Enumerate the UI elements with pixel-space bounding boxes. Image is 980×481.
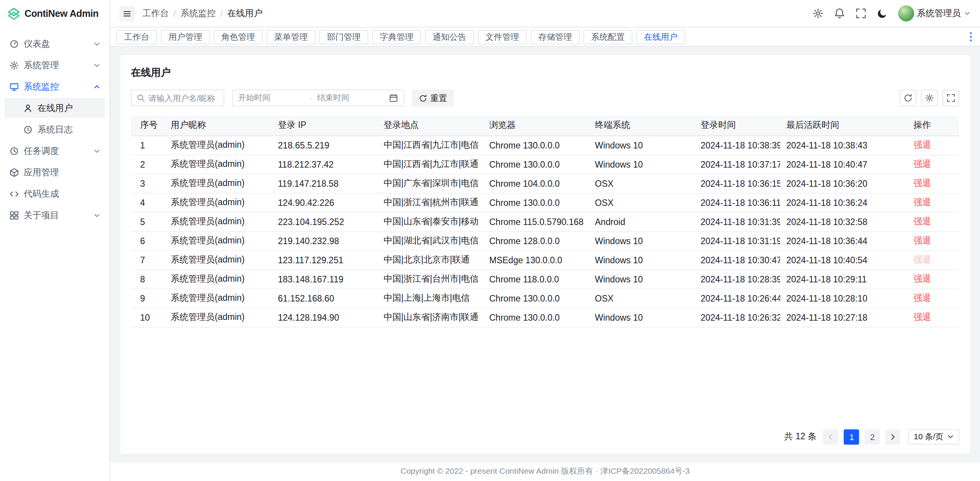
cell-nickname: 系统管理员(admin) (165, 212, 272, 231)
chevron-down-icon (93, 212, 100, 218)
chevron-right-icon (889, 433, 897, 440)
cell-ip: 124.90.42.226 (272, 193, 377, 212)
page-2-button[interactable]: 2 (865, 429, 880, 444)
cell-location: 中国|浙江省|台州市|电信 (377, 269, 483, 289)
cell-actions: 强退 (907, 269, 959, 289)
sidebar-item-system-management[interactable]: 系统管理 (5, 55, 105, 75)
tab[interactable]: 通知公告 (425, 29, 474, 44)
table-tools (900, 90, 959, 106)
main-column: 工作台 / 系统监控 / 在线用户 系统管理员 (110, 0, 980, 481)
cell-location: 中国|广东省|深圳市|电信 (377, 174, 483, 193)
prev-page-button[interactable] (823, 429, 839, 444)
cell-actions: 强退 (907, 308, 959, 327)
sidebar-item-label: 系统日志 (38, 124, 100, 135)
cell-os: OSX (589, 193, 694, 212)
force-logout-link[interactable]: 强退 (913, 255, 931, 264)
tab[interactable]: 在线用户 (636, 29, 685, 44)
force-logout-link[interactable]: 强退 (913, 312, 931, 321)
tab-label: 部门管理 (327, 31, 361, 42)
sidebar-collapse-button[interactable] (119, 6, 135, 21)
sidebar-item-code-generation[interactable]: 代码生成 (5, 184, 105, 204)
cell-ip: 183.148.167.119 (272, 269, 377, 289)
history-icon (23, 124, 33, 134)
cell-os: Windows 10 (589, 250, 694, 269)
cell-actions: 强退 (907, 193, 959, 212)
tab[interactable]: 字典管理 (372, 29, 421, 44)
cell-index: 3 (131, 174, 165, 193)
cell-last-active: 2024-11-18 10:27:18 (780, 308, 907, 327)
tab[interactable]: 存储管理 (531, 29, 580, 44)
reset-button[interactable]: 重置 (412, 90, 454, 106)
fullscreen-icon[interactable] (855, 8, 866, 19)
breadcrumb-item[interactable]: 系统监控 (180, 8, 216, 19)
date-range-separator: - (310, 93, 313, 103)
tab[interactable]: 工作台 (116, 29, 157, 44)
force-logout-link[interactable]: 强退 (913, 159, 931, 168)
force-logout-link[interactable]: 强退 (913, 197, 931, 207)
force-logout-link[interactable]: 强退 (913, 236, 931, 245)
sidebar-item-dashboard[interactable]: 仪表盘 (5, 34, 105, 54)
cell-login-time: 2024-11-18 10:36:11 (694, 193, 780, 212)
cell-actions: 强退 (907, 155, 959, 174)
app-logo[interactable]: ContiNew Admin (0, 0, 109, 28)
cell-login-time: 2024-11-18 10:28:39 (694, 269, 780, 289)
tab-label: 在线用户 (644, 31, 678, 42)
force-logout-link[interactable]: 强退 (913, 178, 931, 188)
tab-label: 通知公告 (433, 31, 466, 42)
page-1-button[interactable]: 1 (844, 429, 859, 444)
bell-icon[interactable] (833, 8, 845, 19)
monitor-icon (9, 82, 19, 91)
settings-gear-icon[interactable] (812, 8, 823, 19)
force-logout-link[interactable]: 强退 (913, 140, 931, 149)
cell-ip: 118.212.37.42 (272, 155, 377, 174)
cell-last-active: 2024-11-18 10:36:44 (780, 231, 907, 250)
tab-more-button[interactable] (968, 30, 974, 44)
moon-icon[interactable] (876, 8, 888, 19)
column-header-location: 登录地点 (377, 116, 483, 135)
breadcrumb-item[interactable]: 工作台 (142, 8, 169, 19)
tab[interactable]: 菜单管理 (266, 29, 315, 44)
force-logout-link[interactable]: 强退 (913, 293, 931, 302)
top-header: 工作台 / 系统监控 / 在线用户 系统管理员 (110, 0, 980, 28)
sidebar-item-about-project[interactable]: 关于项目 (5, 205, 105, 225)
force-logout-link[interactable]: 强退 (913, 274, 931, 283)
user-menu[interactable]: 系统管理员 (898, 5, 971, 21)
tabs: 工作台 用户管理 角色管理 菜单管理 部门管理 (116, 29, 685, 44)
date-range-picker[interactable]: 开始时间 - 结束时间 (232, 90, 404, 106)
cell-login-time: 2024-11-18 10:36:15 (694, 174, 780, 193)
next-page-button[interactable] (885, 429, 901, 444)
cell-actions: 强退 (907, 174, 959, 193)
table-refresh-button[interactable] (900, 90, 916, 106)
force-logout-link[interactable]: 强退 (913, 217, 931, 226)
tab[interactable]: 用户管理 (161, 29, 210, 44)
box-icon (9, 167, 19, 177)
sidebar-item-system-logs[interactable]: 系统日志 (5, 119, 105, 139)
page-footer: Copyright © 2022 - present ContiNew Admi… (110, 462, 980, 481)
online-users-card: 在线用户 开始时间 - 结束时间 重置 (120, 55, 970, 453)
copyright-text: Copyright © 2022 - present ContiNew Admi… (400, 466, 690, 477)
sidebar-item-system-monitor[interactable]: 系统监控 (5, 77, 105, 96)
search-input[interactable] (149, 93, 219, 103)
page-size-select[interactable]: 10 条/页 (908, 429, 959, 444)
tab[interactable]: 角色管理 (214, 29, 263, 44)
cell-index: 5 (131, 212, 165, 231)
tab-label: 文件管理 (485, 31, 519, 42)
cell-login-time: 2024-11-18 10:38:39 (694, 135, 780, 155)
sidebar-item-online-users[interactable]: 在线用户 (5, 98, 105, 118)
tab[interactable]: 系统配置 (583, 29, 632, 44)
cell-login-time: 2024-11-18 10:37:17 (694, 155, 780, 174)
sidebar-item-task-scheduler[interactable]: 任务调度 (5, 141, 105, 161)
cell-browser: MSEdge 130.0.0.0 (483, 250, 589, 269)
page-title: 在线用户 (131, 66, 959, 80)
table-settings-button[interactable] (921, 90, 938, 106)
sidebar-item-app-management[interactable]: 应用管理 (5, 162, 105, 182)
tab[interactable]: 部门管理 (319, 29, 368, 44)
logo-icon (7, 7, 21, 21)
tab[interactable]: 文件管理 (478, 29, 527, 44)
cell-index: 6 (131, 231, 165, 250)
sidebar-item-label: 系统管理 (24, 59, 89, 71)
table-fullscreen-button[interactable] (942, 90, 959, 106)
cell-last-active: 2024-11-18 10:40:54 (780, 250, 907, 269)
cell-index: 1 (131, 135, 165, 155)
cell-last-active: 2024-11-18 10:40:47 (780, 155, 907, 174)
